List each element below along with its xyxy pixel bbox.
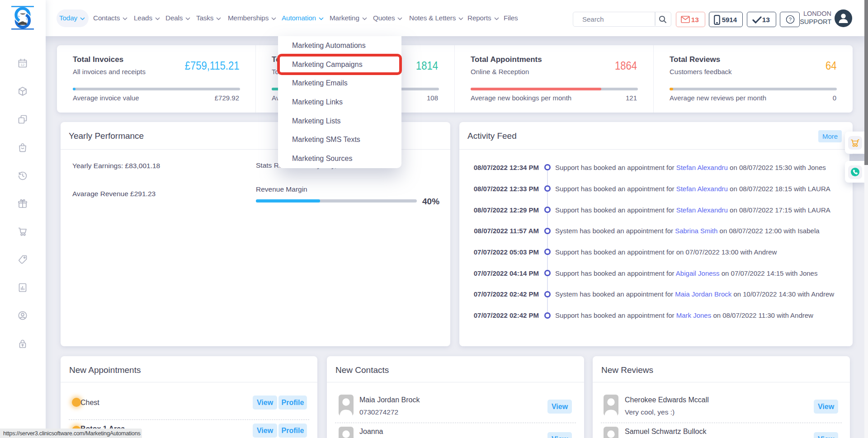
svg-text:12: 12 (21, 63, 24, 67)
